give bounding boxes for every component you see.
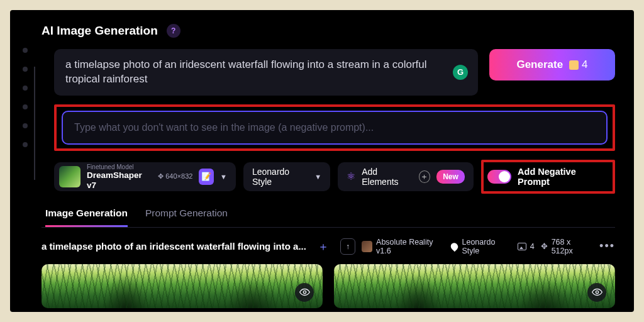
eye-icon — [592, 287, 602, 297]
grammarly-icon[interactable]: G — [453, 65, 468, 80]
image-icon — [518, 243, 526, 250]
result-model: Absolute Reality v1.6 — [362, 238, 445, 255]
generated-image[interactable] — [42, 264, 323, 308]
style-selector[interactable]: Leonardo Style ▼ — [243, 162, 330, 191]
toggle-label: Add Negative Prompt — [518, 167, 606, 187]
chevron-down-icon: ▼ — [314, 173, 321, 180]
svg-point-1 — [596, 291, 598, 294]
negative-prompt-highlight — [54, 104, 615, 151]
eye-icon — [299, 287, 310, 297]
model-name: DreamShaper v7 — [87, 170, 148, 190]
preview-button[interactable] — [587, 283, 606, 302]
model-dimensions: ✥ 640×832 — [158, 172, 192, 180]
sidebar-indicators — [23, 48, 28, 147]
generated-image[interactable] — [334, 264, 615, 308]
atom-icon: ⚛ — [347, 170, 355, 182]
generate-label: Generate — [516, 58, 563, 71]
result-style: Leonardo Style — [451, 238, 511, 255]
prompt-input[interactable]: a timelapse photo of an iridescent water… — [54, 49, 478, 96]
new-badge: New — [436, 170, 465, 184]
preview-button[interactable] — [295, 283, 314, 302]
svg-point-0 — [303, 291, 306, 294]
toggle-switch-on[interactable] — [487, 170, 511, 184]
prompt-text: a timelapse photo of an iridescent water… — [65, 58, 427, 85]
sidebar-separator — [34, 67, 35, 180]
more-button[interactable]: ••• — [599, 240, 615, 253]
negative-toggle-highlight: Add Negative Prompt — [481, 160, 615, 194]
upload-button[interactable]: ↑ — [340, 238, 355, 255]
result-dimensions: ✥ 768 x 512px — [541, 238, 591, 255]
model-thumbnail — [59, 166, 80, 187]
help-icon[interactable]: ? — [167, 24, 180, 38]
result-gallery — [42, 264, 615, 308]
elements-label: Add Elements — [362, 167, 412, 187]
negative-prompt-toggle[interactable]: Add Negative Prompt — [487, 164, 606, 189]
generate-credits: 4 — [569, 58, 587, 71]
chevron-down-icon: ▼ — [220, 173, 227, 180]
model-selector[interactable]: Finetuned Model DreamShaper v7 ✥ 640×832… — [54, 162, 236, 191]
note-icon: 📝 — [199, 169, 214, 185]
result-prompt-title: a timelapse photo of an iridescent water… — [42, 241, 306, 252]
add-elements-button[interactable]: ⚛ Add Elements ＋ New — [338, 162, 474, 191]
tabs: Image Generation Prompt Generation — [42, 208, 615, 228]
page-title: AI Image Generation — [42, 24, 158, 38]
result-count: 4 — [518, 242, 535, 251]
generate-button[interactable]: Generate 4 — [489, 49, 615, 80]
expand-prompt-button[interactable]: ＋ — [313, 239, 334, 254]
model-thumb-icon — [362, 241, 372, 252]
style-label: Leonardo Style — [252, 167, 308, 187]
dimensions-icon: ✥ — [541, 242, 548, 251]
negative-prompt-input[interactable] — [62, 111, 608, 145]
drop-icon — [450, 242, 460, 252]
credit-icon — [569, 60, 579, 70]
model-caption: Finetuned Model — [87, 164, 148, 171]
tab-image-generation[interactable]: Image Generation — [45, 208, 128, 227]
tab-prompt-generation[interactable]: Prompt Generation — [145, 208, 228, 227]
plus-icon: ＋ — [419, 170, 431, 183]
